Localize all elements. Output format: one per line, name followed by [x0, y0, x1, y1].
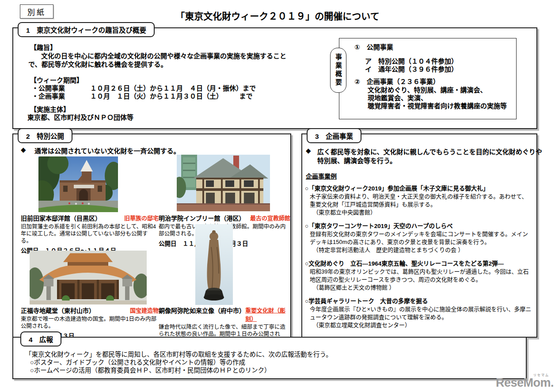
caption-desc: 東京都で唯一の木造建造物の国宝。期間中1日のみ内部公開される。: [21, 316, 159, 330]
document-page: 別紙 「東京文化財ウィーク２０１９」の開催について 【趣旨】 文化の日を中心に都…: [0, 0, 555, 392]
section4-line3: ○ホームページの活用（都教育委員会ＨＰ、区市町村・民間団体のＨＰとのリンク）: [30, 365, 270, 374]
photo-shofukuji-jizodo: [30, 251, 147, 304]
business-overview-box: ① 公開事業 ア 特別公開（１０４件参加） イ 通年公開（３９６件参加） ② 企…: [339, 38, 517, 119]
photo-amida-statue: [195, 224, 233, 305]
section1-heading: 1 東京文化財ウィークの趣旨及び概要: [18, 22, 155, 37]
list-item: ○文化財めぐり 立石―1964東京五輪、聖火リレーコースをたどる第2弾― 昭和3…: [305, 260, 533, 292]
resemom-logo-text: ReseMom.: [496, 376, 554, 389]
purpose-line2: で、都民等が文化財に触れる機会を提供する。: [28, 59, 167, 69]
section2-box: ◆ 通常は公開されていない文化財を一斉公開する。: [12, 133, 291, 338]
caption-title: 正福寺地蔵堂（東村山市）: [21, 306, 95, 315]
caption-tag: 重要文化財（彫刻）: [245, 306, 290, 323]
section3-heading: 3 企画事業: [307, 128, 361, 143]
item-desc: 昭和39年の東京オリンピックでは、葛飾区内も聖火リレーが通過した。今回は、立石地…: [305, 268, 533, 284]
section4-heading: 4 広報: [20, 331, 61, 346]
list-item: ○「東京文化財ウィーク2019」参加企画展「木子文庫に見る御大礼」 木子家伝来の…: [305, 185, 533, 217]
item-title: ○学芸員ギャラリートーク 大昔の多摩を掘る: [305, 297, 533, 305]
overview-line-public: ① 公開事業: [354, 42, 393, 51]
item-credit: （葛飾区郷土と天文の博物館 ）: [305, 284, 533, 292]
item-credit: （特定非営利活動法人 歴史的建造物とまちづくりの会 ）: [305, 246, 533, 254]
list-item: ○学芸員ギャラリートーク 大昔の多摩を掘る 今年度企画展示『ひと×いきもの』の展…: [305, 297, 533, 329]
item-title: ○「東京タワーコンサート2019」天空のハープのしらべ: [305, 222, 533, 230]
item-credit: （東京都立中央図書館）: [305, 209, 533, 217]
section3-lead-line2: 特別展、講演会等を行う。: [317, 156, 396, 165]
diamond-bullet: ◆: [21, 146, 26, 154]
item-credit: （東京都立埋蔵文化財調査センター）: [305, 321, 533, 329]
organizer-value: 東京都、区市町村及びＮＰＯ団体等: [27, 112, 133, 122]
photo-imbrie-hall: [177, 155, 270, 211]
item-desc: 登録有形文化財の東京タワーのメインデッキを会場にコンサートを開催する。メインデッ…: [305, 230, 533, 246]
purpose-line1: 文化の日を中心に都内全域の文化財の公開や様々な企画事業の実施を実施すること: [34, 51, 286, 60]
diamond-bullet: ◆: [306, 147, 311, 155]
overview-line-project: ② 企画事業（２３６事業）: [354, 76, 440, 86]
section4-box: 「東京文化財ウィーク」を都民等に周知し、各区市町村等の取組を支援するために、次の…: [12, 337, 527, 379]
period-row-project-value: １０月 １日（火）から１１月３０日（土） まで: [90, 91, 253, 100]
item-desc: 木子家伝来の資料より、明治天皇・大正天皇の御大礼の様子を紹介する。あわせて、重要…: [305, 193, 533, 209]
caption-tag: 最古の宣教師館: [250, 213, 290, 222]
examples-label: 企画事業例: [306, 171, 337, 180]
section2-lead: 通常は公開されていない文化財を一斉公開する。: [34, 146, 180, 155]
section2-heading: 2 特別公開: [18, 128, 72, 143]
period-row-project-name: ・企画事業: [32, 91, 65, 100]
purpose-label: 【趣旨】: [30, 42, 57, 52]
item-title: ○文化財めぐり 立石―1964東京五輪、聖火リレーコースをたどる第2弾―: [305, 260, 533, 268]
section3-box: ◆ 広く都民等を対象に、文化財に親しんでもらうことを目的に文化財めぐりや 特別展…: [301, 133, 537, 338]
caption-title: 旧前田家本邸洋館（目黒区）: [21, 213, 101, 222]
section1-box: 【趣旨】 文化の日を中心に都内全域の文化財の公開や様々な企画事業の実施を実施する…: [12, 27, 537, 129]
overview-line-yearround: イ 通年公開（３９６件参加）: [365, 64, 458, 73]
business-overview-side-label: 事業概要: [330, 48, 346, 93]
list-item: ○「東京タワーコンサート2019」天空のハープのしらべ 登録有形文化財の東京タワ…: [305, 222, 533, 254]
photo-kyu-maeda-residence: [38, 156, 118, 212]
overview-line-detail3: 聴覚障害者・視覚障害者向け教養講座の実施等: [368, 101, 507, 110]
caption-kyu-maeda: 旧前田家本邸洋館（目黒区） 旧華族の邸宅 旧加賀藩主の系譜を引く前田利為の本邸と…: [21, 213, 159, 255]
item-desc: 今年度企画展示『ひと×いきもの』の展示を中心に施設全体の展示解説を行い、多摩ニュ…: [305, 305, 533, 321]
examples-list: ○「東京文化財ウィーク2019」参加企画展「木子文庫に見る御大礼」 木子家伝来の…: [305, 185, 533, 335]
caption-tag: 旧華族の邸宅: [124, 213, 159, 222]
item-title: ○「東京文化財ウィーク2019」参加企画展「木子文庫に見る御大礼」: [305, 185, 533, 193]
caption-title: 銅像阿弥陀如来立像（府中市）: [159, 306, 245, 315]
caption-desc: 旧加賀藩主の系譜を引く前田利為の本邸として、昭和4年に竣工した。通常は公開してい…: [21, 223, 159, 244]
resemom-logo: リセマム ReseMom.: [494, 373, 554, 388]
section3-lead-line1: 広く都民等を対象に、文化財に親しんでもらうことを目的に文化財めぐりや: [317, 147, 542, 156]
page-title: 「東京文化財ウィーク２０１９」の開催について: [0, 9, 555, 22]
caption-title: 明治学院インブリー館（港区）: [159, 213, 245, 222]
caption-tag: 国宝建造物: [130, 306, 159, 314]
